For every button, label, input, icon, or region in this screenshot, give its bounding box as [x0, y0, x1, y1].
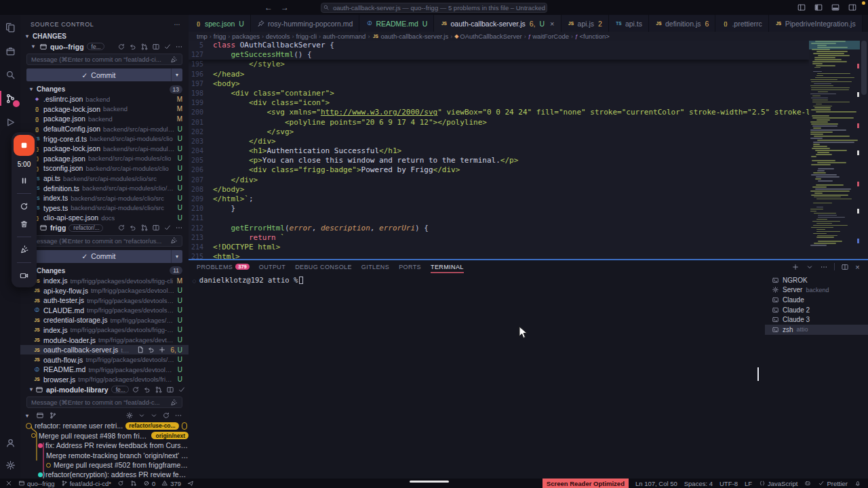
tab-oauth-callback-server.js[interactable]: JSoauth-callback-server.js6,U × [434, 15, 561, 32]
activity-explorer[interactable] [3, 20, 17, 34]
language-mode[interactable]: JavaScript [759, 479, 797, 488]
commit-row[interactable]: refactor: rename user retri...refactor/u… [20, 421, 189, 430]
commit-row[interactable]: Merge remote-tracking branch 'origin/nex… [20, 450, 189, 460]
repo-row-frigg[interactable]: ▾ frigg refactor/... [20, 223, 189, 233]
activity-extensions-box[interactable] [3, 44, 17, 58]
scm-file-oauth-flow.js[interactable]: JSoauth-flow.js tmp/frigg/packages/devto… [20, 354, 189, 365]
code-line-215[interactable]: 215<html> [189, 252, 809, 259]
layout-toggle-1-icon[interactable] [797, 3, 806, 12]
commit-row[interactable]: fix: Address PR review feedback from Cur… [20, 441, 189, 450]
more-actions-icon[interactable] [175, 43, 183, 51]
scm-file-README.md[interactable]: ⓘREADME.md tmp/frigg/packages/devtools/f… [20, 365, 189, 375]
minimap[interactable] [809, 41, 860, 259]
changes-subsection[interactable]: ▾Changes 13 [20, 84, 189, 94]
cloud-pill[interactable] [182, 422, 187, 430]
formatter-status[interactable]: Prettier [818, 479, 848, 488]
minimap-viewport[interactable] [809, 41, 860, 49]
breadcrumb-item[interactable]: tmp [197, 33, 208, 40]
code-line-206[interactable]: 206 <div class="frigg-badge">Powered by … [189, 165, 809, 175]
commit-message-input[interactable]: Message (⌘Enter to commit on "feat/add-c… [26, 54, 182, 65]
copilot-status[interactable] [804, 479, 811, 488]
graph-section-header[interactable]: ▾ [20, 410, 189, 421]
camera-button[interactable] [19, 270, 29, 281]
code-line-213[interactable]: 213 return ` [189, 233, 809, 243]
code-line-203[interactable]: 203 </div> [189, 137, 809, 146]
pull-request-button[interactable] [130, 479, 137, 488]
breadcrumb-item[interactable]: JSoauth-callback-server.js [372, 33, 448, 40]
code-line-212[interactable]: 212 getErrorHtml(error, description, err… [189, 224, 809, 233]
layout-toggle-4-icon[interactable] [848, 3, 857, 12]
scm-file-package-lock.json[interactable]: {}package-lock.json backend M [20, 104, 189, 115]
tab-api.js[interactable]: JSapi.js2 [561, 15, 609, 32]
panel-tab-problems[interactable]: PROBLEMS379 [197, 260, 250, 273]
scm-file-index.js[interactable]: JSindex.js tmp/frigg/packages/devtools/f… [20, 276, 189, 286]
scm-file-browser.js[interactable]: JSbrowser.js tmp/frigg/packages/devtools… [20, 375, 189, 385]
code-line-199[interactable]: 199 <div class="icon"> [189, 98, 809, 108]
repo-branch-pill[interactable]: fe... [111, 386, 129, 393]
indentation[interactable]: Spaces: 4 [684, 479, 713, 488]
scm-file-auth-tester.js[interactable]: JSauth-tester.js tmp/frigg/packages/devt… [20, 296, 189, 306]
scm-file-package.json[interactable]: {}package.json backend M [20, 114, 189, 124]
nav-back-button[interactable]: ← [264, 3, 273, 12]
code-line-209[interactable]: 209</html>`; [189, 195, 809, 204]
code-line-197[interactable]: 197<body> [189, 79, 809, 89]
trash-button[interactable] [19, 219, 29, 229]
terminal-picker-icon[interactable] [806, 263, 814, 271]
more-actions-icon[interactable]: ⋯ [174, 21, 180, 28]
feedback-button[interactable] [187, 479, 194, 488]
commit-row[interactable]: Merge pull request #502 from friggframew… [20, 460, 189, 470]
commit-button[interactable]: ✓ Commit [26, 68, 171, 81]
code-line-211[interactable]: 211 [189, 214, 809, 223]
scm-file-index.ts[interactable]: TSindex.ts backend/src/api-modules/clio/… [20, 193, 189, 203]
error-count[interactable]: 0 [143, 479, 155, 488]
scm-file-index.js[interactable]: JSindex.js tmp/frigg/packages/devtools/f… [20, 325, 189, 336]
breadcrumb-item[interactable]: frigg-cli [296, 33, 317, 40]
close-panel-icon[interactable]: × [855, 263, 860, 271]
panel-tab-ports[interactable]: PORTS [399, 260, 421, 273]
scm-file-api-key-flow.js[interactable]: JSapi-key-flow.js tmp/frigg/packages/dev… [20, 285, 189, 296]
sparkle-icon[interactable] [170, 56, 178, 64]
activity-account[interactable] [3, 436, 17, 449]
layout-toggle-3-icon[interactable] [831, 3, 840, 12]
scm-file-tsconfig.json[interactable]: {}tsconfig.json backend/src/api-modules/… [20, 163, 189, 174]
activity-source-control[interactable] [3, 92, 17, 105]
commit-message-input[interactable]: Message (⌘Enter to commit on "refactor/u… [26, 235, 182, 247]
close-icon[interactable]: × [550, 20, 554, 28]
code-editor[interactable]: 5class OAuthCallbackServer {127 getSucce… [189, 41, 868, 259]
code-line-5[interactable]: 5class OAuthCallbackServer { [189, 41, 809, 50]
breadcrumb-item[interactable]: auth-command [323, 33, 366, 40]
panel-tab-terminal[interactable]: TERMINAL [431, 260, 464, 273]
breadcrumb[interactable]: tmp›frigg›packages›devtools›frigg-cli›au… [189, 32, 868, 41]
scm-file-CLAUDE.md[interactable]: ⓘCLAUDE.md tmp/frigg/packages/devtools/f… [20, 306, 189, 316]
scm-file-.eslintrc.json[interactable]: ◆.eslintrc.json backend M [20, 94, 189, 104]
sparkle-icon[interactable] [170, 399, 178, 407]
tab-api.ts[interactable]: TSapi.ts [609, 15, 649, 32]
code-line-205[interactable]: 205 <p>You can close this window and ret… [189, 156, 809, 165]
code-line-127[interactable]: 127 getSuccessHtml() { [189, 50, 809, 60]
commit-dropdown[interactable]: ▾ [171, 68, 182, 81]
panel-actions[interactable]: × [791, 263, 860, 271]
code-line-204[interactable]: 204 <h1>Authentication Successful</h1> [189, 146, 809, 156]
terminal-item-ngrok[interactable]: NGROK [765, 275, 868, 285]
graph-repo-picker[interactable] [36, 411, 46, 420]
scm-file-clio-api-spec.json[interactable]: {}clio-api-spec.json docs U [20, 213, 189, 223]
new-terminal-icon[interactable] [791, 263, 800, 271]
sync-button[interactable] [117, 479, 124, 488]
breadcrumb-item[interactable]: ƒwaitForCode [528, 33, 569, 40]
eol[interactable]: LF [745, 479, 752, 488]
scm-file-frigg-core.d.ts[interactable]: TSfrigg-core.d.ts backend/src/api-module… [20, 134, 189, 144]
sticky-scroll[interactable]: 5class OAuthCallbackServer {127 getSucce… [189, 41, 809, 60]
breadcrumb-item[interactable]: packages [232, 33, 260, 40]
scm-file-module-loader.js[interactable]: JSmodule-loader.js tmp/frigg/packages/de… [20, 335, 189, 345]
editor-actions[interactable] [863, 15, 868, 32]
scm-file-defaultConfig.json[interactable]: {}defaultConfig.json backend/src/api-mod… [20, 124, 189, 134]
tab-.prettierrc[interactable]: {}.prettierrc [715, 15, 768, 32]
tab-definition.js[interactable]: JSdefinition.js6 [649, 15, 715, 32]
remote-indicator[interactable] [5, 479, 12, 488]
scm-file-oauth-callback-server.js[interactable]: JSoauth-callback-server.js tmp/frigg... … [20, 345, 189, 355]
restart-button[interactable] [19, 201, 29, 211]
screen-reader-indicator[interactable]: Screen Reader Optimized [542, 479, 629, 488]
repo-branch-pill[interactable]: fe... [87, 43, 104, 50]
scm-file-definition.ts[interactable]: TSdefinition.ts backend/src/api-modules/… [20, 183, 189, 193]
code-line-198[interactable]: 198 <div class="container"> [189, 89, 809, 98]
